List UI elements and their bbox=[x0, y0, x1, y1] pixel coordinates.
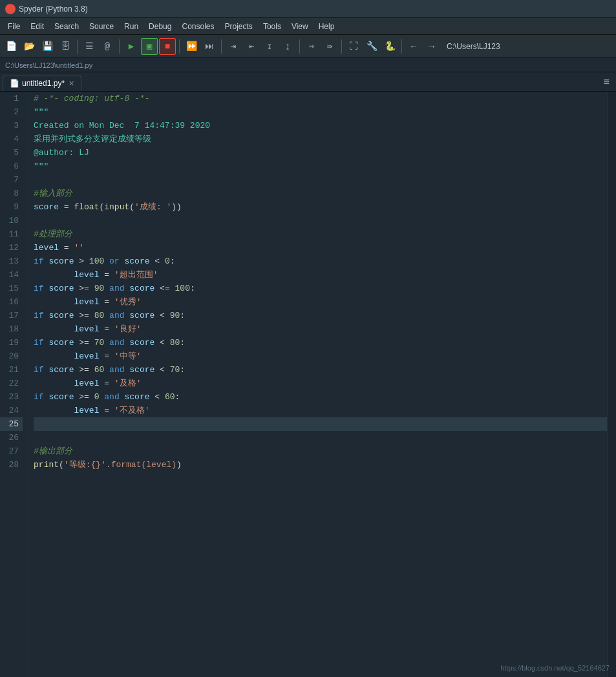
code-line-4: 采用并列式多分支评定成绩等级 bbox=[34, 132, 607, 146]
maximize-btn[interactable]: ⛶ bbox=[345, 38, 362, 55]
toolbar: 📄 📂 💾 🗄 ☰ @ ▶ ▣ ■ ⏩ ⏭ ⇥ ⇤ ↧ ↨ ⇒ ⇛ ⛶ 🔧 🐍 … bbox=[0, 35, 616, 58]
line-num-6: 6 bbox=[0, 160, 23, 173]
line-num-14: 14 bbox=[0, 268, 23, 282]
menu-item-edit[interactable]: Edit bbox=[25, 21, 49, 32]
line-num-15: 15 bbox=[0, 282, 23, 295]
code-line-27: #输出部分 bbox=[34, 444, 607, 458]
unindent-btn[interactable]: ⇤ bbox=[243, 38, 260, 55]
line-num-9: 9 bbox=[0, 200, 23, 214]
code-line-3: Created on Mon Dec 7 14:47:39 2020 bbox=[34, 119, 607, 132]
code-line-8: #输入部分 bbox=[34, 187, 607, 200]
save-file-btn[interactable]: 💾 bbox=[39, 38, 56, 55]
line-num-16: 16 bbox=[0, 295, 23, 309]
toggle-comment-btn[interactable]: ↧ bbox=[261, 38, 278, 55]
new-file-btn[interactable]: 📄 bbox=[3, 38, 19, 55]
code-line-19: if score >= 70 and score < 80: bbox=[34, 336, 607, 349]
code-line-17: if score >= 80 and score < 90: bbox=[34, 309, 607, 322]
code-line-6: """ bbox=[34, 160, 607, 173]
code-line-13: if score > 100 or score < 0: bbox=[34, 255, 607, 268]
line-num-27: 27 bbox=[0, 444, 23, 458]
line-num-28: 28 bbox=[0, 458, 23, 472]
spyder-logo-icon bbox=[5, 4, 16, 14]
tab-untitled1[interactable]: 📄 untitled1.py* ✕ bbox=[3, 76, 81, 91]
line-num-13: 13 bbox=[0, 255, 23, 268]
line-numbers: 1234567891011121314151617181920212223242… bbox=[0, 92, 28, 677]
code-line-10 bbox=[34, 214, 607, 227]
line-num-23: 23 bbox=[0, 390, 23, 404]
code-line-9: score = float(input('成绩: ')) bbox=[34, 200, 607, 214]
sep7 bbox=[401, 39, 402, 54]
sep1 bbox=[77, 39, 78, 54]
editor-area: 1234567891011121314151617181920212223242… bbox=[0, 92, 616, 677]
line-num-5: 5 bbox=[0, 146, 23, 160]
menu-item-search[interactable]: Search bbox=[49, 21, 84, 32]
code-line-21: if score >= 60 and score < 70: bbox=[34, 363, 607, 377]
code-line-23: if score >= 0 and score < 60: bbox=[34, 390, 607, 404]
back-btn[interactable]: ← bbox=[405, 38, 422, 55]
code-line-24: level = '不及格' bbox=[34, 404, 607, 417]
sep6 bbox=[341, 39, 342, 54]
code-line-11: #处理部分 bbox=[34, 227, 607, 241]
preferences-btn[interactable]: ☰ bbox=[81, 38, 98, 55]
menu-item-tools[interactable]: Tools bbox=[258, 21, 286, 32]
menu-item-source[interactable]: Source bbox=[84, 21, 119, 32]
step-btn[interactable]: ⏭ bbox=[201, 38, 218, 55]
line-num-24: 24 bbox=[0, 404, 23, 417]
line-num-4: 4 bbox=[0, 132, 23, 146]
menu-item-debug[interactable]: Debug bbox=[143, 21, 176, 32]
sep4 bbox=[221, 39, 222, 54]
scrollbar[interactable] bbox=[607, 92, 616, 677]
sep3 bbox=[179, 39, 180, 54]
line-num-22: 22 bbox=[0, 377, 23, 390]
run-forward-btn[interactable]: ⇒ bbox=[303, 38, 320, 55]
tab-label: untitled1.py* bbox=[22, 79, 65, 88]
profile-btn[interactable]: 🔧 bbox=[363, 38, 380, 55]
app-title: Spyder (Python 3.8) bbox=[19, 5, 88, 14]
menu-item-help[interactable]: Help bbox=[313, 21, 340, 32]
toggle-block-btn[interactable]: ↨ bbox=[279, 38, 296, 55]
menu-item-file[interactable]: File bbox=[3, 21, 25, 32]
code-line-20: level = '中等' bbox=[34, 349, 607, 363]
code-line-2: """ bbox=[34, 105, 607, 119]
line-num-11: 11 bbox=[0, 227, 23, 241]
menu-item-run[interactable]: Run bbox=[119, 21, 143, 32]
code-line-1: # -*- coding: utf-8 -*- bbox=[34, 92, 607, 105]
run-btn[interactable]: ▶ bbox=[123, 38, 140, 55]
python-btn[interactable]: 🐍 bbox=[381, 38, 398, 55]
forward-btn[interactable]: → bbox=[423, 38, 440, 55]
menu-item-view[interactable]: View bbox=[286, 21, 313, 32]
line-num-20: 20 bbox=[0, 349, 23, 363]
menu-item-projects[interactable]: Projects bbox=[220, 21, 258, 32]
code-area[interactable]: # -*- coding: utf-8 -*-"""Created on Mon… bbox=[28, 92, 607, 677]
line-num-26: 26 bbox=[0, 431, 23, 444]
tab-bar: 📄 untitled1.py* ✕ ≡ bbox=[0, 72, 616, 92]
code-line-16: level = '优秀' bbox=[34, 295, 607, 309]
tab-menu-btn[interactable]: ≡ bbox=[599, 74, 613, 91]
code-line-26 bbox=[34, 431, 607, 444]
line-num-12: 12 bbox=[0, 241, 23, 255]
tab-file-icon: 📄 bbox=[10, 79, 19, 88]
menu-item-consoles[interactable]: Consoles bbox=[176, 21, 219, 32]
code-line-14: level = '超出范围' bbox=[34, 268, 607, 282]
save-as-btn[interactable]: 🗄 bbox=[57, 38, 74, 55]
line-num-2: 2 bbox=[0, 105, 23, 119]
stop-btn[interactable]: ■ bbox=[159, 38, 176, 55]
run-all-btn[interactable]: ⇛ bbox=[321, 38, 338, 55]
watermark-text: https://blog.csdn.net/qq_52164627 bbox=[500, 664, 610, 672]
close-tab-icon[interactable]: ✕ bbox=[69, 79, 74, 88]
at-btn[interactable]: @ bbox=[99, 38, 116, 55]
code-line-28: print('等级:{}'.format(level)) bbox=[34, 458, 607, 472]
open-file-btn[interactable]: 📂 bbox=[21, 38, 37, 55]
run-cell-btn[interactable]: ▣ bbox=[141, 38, 158, 55]
indent-btn[interactable]: ⇥ bbox=[225, 38, 242, 55]
sep5 bbox=[299, 39, 300, 54]
line-num-25: 25 bbox=[0, 417, 23, 431]
line-num-7: 7 bbox=[0, 173, 23, 187]
code-line-22: level = '及格' bbox=[34, 377, 607, 390]
menu-bar: FileEditSearchSourceRunDebugConsolesProj… bbox=[0, 18, 616, 35]
line-num-10: 10 bbox=[0, 214, 23, 227]
toolbar-path: C:\Users\LJ123 bbox=[447, 42, 500, 51]
line-num-8: 8 bbox=[0, 187, 23, 200]
breadcrumb: C:\Users\LJ123\untitled1.py bbox=[0, 58, 616, 72]
debug-btn[interactable]: ⏩ bbox=[183, 38, 200, 55]
